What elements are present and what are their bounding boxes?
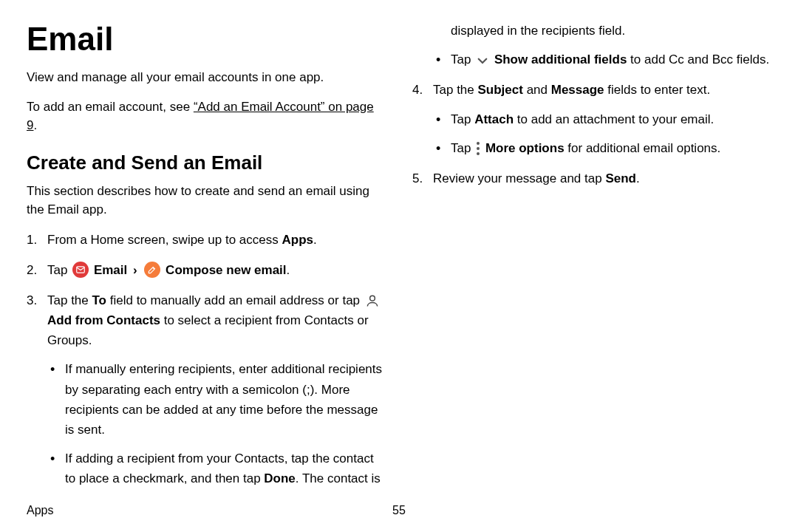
svg-point-2 (477, 142, 480, 145)
step4-t3: fields to enter text. (604, 83, 711, 97)
intro-prefix: To add an email account, see (27, 100, 194, 114)
chevron-right-icon: › (133, 263, 137, 277)
step3-sub2-bold-done: Done (264, 471, 296, 485)
intro-text-2: To add an email account, see “Add an Ema… (27, 98, 386, 135)
step4-sub1-bold-attach: Attach (474, 112, 514, 126)
step3-sub1: If manually entering recipients, enter a… (47, 359, 386, 440)
footer-section-label: Apps (27, 504, 53, 516)
step2-suffix: . (287, 263, 290, 277)
step-5: Review your message and tap Send. (412, 168, 771, 188)
step5-bold-send: Send (605, 171, 636, 185)
step4-bold-subject: Subject (478, 83, 523, 97)
footer-page-number: 55 (392, 504, 406, 517)
step-2: Tap Email › Compose new email. (27, 260, 386, 280)
step4-sub2: Tap More options for additional email op… (433, 138, 771, 158)
step4-t1: Tap the (433, 83, 478, 97)
page-footer: Apps 55 (27, 504, 771, 517)
svg-point-1 (369, 296, 375, 301)
step3-sub3-t2: to add Cc and Bcc fields. (627, 52, 769, 66)
step4-t2: and (523, 83, 551, 97)
email-app-icon (72, 262, 89, 278)
step1-suffix: . (313, 233, 317, 247)
step2-bold-compose: Compose new email (166, 263, 286, 277)
step4-sub2-t1: Tap (451, 141, 474, 155)
step-4: Tap the Subject and Message fields to en… (412, 80, 771, 158)
step5-suffix: . (636, 171, 640, 185)
contacts-icon (365, 293, 380, 308)
compose-icon (144, 262, 160, 278)
step5-t1: Review your message and tap (433, 171, 605, 185)
step-1: From a Home screen, swipe up to access A… (27, 230, 386, 250)
page-title: Email (27, 21, 386, 58)
step4-sub2-t2: for additional email options. (565, 141, 721, 155)
intro-suffix: . (33, 118, 37, 132)
step3-bold-addcontacts: Add from Contacts (47, 313, 160, 327)
step1-bold-apps: Apps (282, 233, 313, 247)
step2-bold-email: Email (94, 263, 127, 277)
step3-t1: Tap the (47, 293, 92, 307)
step3-bold-to: To (92, 293, 107, 307)
step3-sub3: Tap Show additional fields to add Cc and… (433, 50, 771, 69)
step4-sub1: Tap Attach to add an attachment to your … (433, 109, 771, 129)
step3-t2: field to manually add an email address o… (106, 293, 364, 307)
chevron-down-icon (476, 54, 489, 67)
section-heading: Create and Send an Email (27, 151, 386, 174)
step1-text: From a Home screen, swipe up to access (47, 233, 282, 247)
section-description: This section describes how to create and… (27, 182, 386, 219)
step4-sub1-t1: Tap (451, 112, 474, 126)
steps-list: From a Home screen, swipe up to access A… (27, 21, 771, 494)
step2-t1: Tap (47, 263, 71, 277)
svg-point-4 (477, 152, 480, 155)
step3-sub3-t1: Tap (451, 52, 474, 66)
svg-point-3 (477, 147, 480, 150)
intro-text-1: View and manage all your email accounts … (27, 68, 386, 87)
step4-sub1-t2: to add an attachment to your email. (514, 112, 714, 126)
more-options-icon (476, 141, 480, 156)
step4-bold-message: Message (551, 83, 604, 97)
step3-sub3-bold: Show additional fields (494, 52, 627, 66)
step4-sub2-bold-more: More options (485, 141, 565, 155)
